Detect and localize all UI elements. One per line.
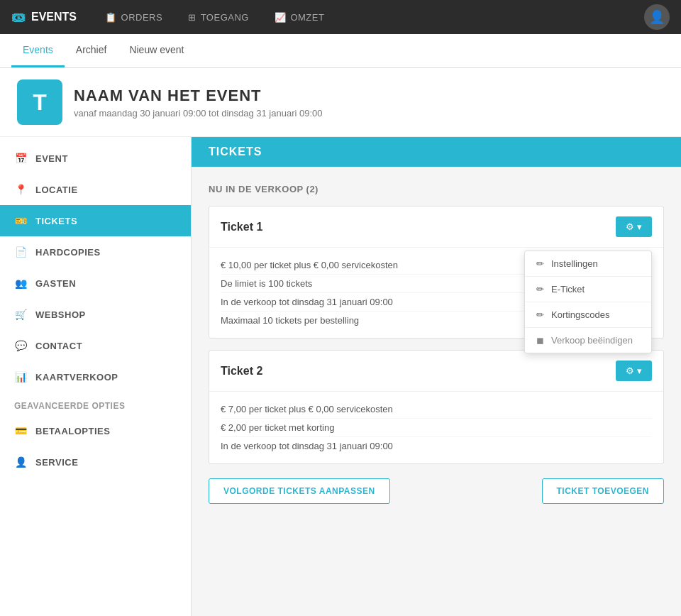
dropdown-label-instellingen: Instellingen	[551, 258, 598, 269]
main-layout: EVENT LOCATIE TICKETS HARDCOPIES GASTEN …	[0, 137, 681, 616]
avatar-icon: 👤	[649, 9, 665, 25]
ticket-1-header: Ticket 1 ⚙ ▾ ✏ Instellingen	[209, 207, 663, 248]
sidebar-item-event[interactable]: EVENT	[0, 143, 191, 174]
bottom-actions: VOLGORDE TICKETS AANPASSEN TICKET TOEVOE…	[209, 478, 664, 504]
top-nav-items: 📋 ORDERS ⊞ TOEGANG 📈 OMZET	[94, 6, 644, 28]
advanced-options-label: GEAVANCEERDE OPTIES	[0, 392, 191, 415]
contact-icon	[14, 339, 28, 352]
event-title: NAAM VAN HET EVENT	[74, 87, 323, 105]
ticket-2-name: Ticket 2	[221, 365, 262, 378]
shop-icon	[14, 308, 28, 321]
brand-icon: 🎟	[11, 9, 26, 26]
sidebar-label-hardcopies: HARDCOPIES	[35, 247, 101, 258]
content-header: TICKETS	[192, 137, 681, 167]
copy-icon	[14, 246, 28, 258]
sidebar-item-hardcopies[interactable]: HARDCOPIES	[0, 236, 191, 268]
omzet-label: OMZET	[290, 12, 324, 23]
event-header: T NAAM VAN HET EVENT vanaf maandag 30 ja…	[0, 68, 681, 137]
subnav-events[interactable]: Events	[11, 34, 65, 67]
sidebar-item-webshop[interactable]: WEBSHOP	[0, 299, 191, 330]
sidebar-item-betaalopties[interactable]: BETAALOPTIES	[0, 415, 191, 446]
sidebar-label-gasten: GASTEN	[35, 278, 76, 289]
ticket-2-header: Ticket 2 ⚙ ▾	[209, 351, 663, 392]
nav-item-omzet[interactable]: 📈 OMZET	[263, 6, 336, 28]
ticket-1-dropdown: ✏ Instellingen ✏ E-Ticket ✏ Kortingscode…	[524, 251, 652, 353]
users-icon	[14, 277, 28, 290]
brand-logo[interactable]: 🎟 EVENTS	[11, 9, 77, 26]
content-body: NU IN DE VERKOOP (2) Ticket 1 ⚙ ▾ ✏	[192, 167, 681, 521]
top-navigation: 🎟 EVENTS 📋 ORDERS ⊞ TOEGANG 📈 OMZET 👤	[0, 0, 681, 34]
user-avatar[interactable]: 👤	[644, 4, 670, 30]
nav-item-toegang[interactable]: ⊞ TOEGANG	[177, 6, 260, 28]
chevron-down-icon: ▾	[637, 221, 642, 232]
orders-label: ORDERS	[121, 12, 163, 23]
dropdown-instellingen[interactable]: ✏ Instellingen	[525, 251, 651, 277]
ticket-2-body: € 7,00 per ticket plus € 0,00 servicekos…	[209, 392, 663, 463]
sub-navigation: Events Archief Nieuw event	[0, 34, 681, 68]
dropdown-kortingscodes[interactable]: ✏ Kortingscodes	[525, 302, 651, 328]
ticket-2-detail-0: € 7,00 per ticket plus € 0,00 servicekos…	[221, 400, 652, 419]
ticket-1-actions: ⚙ ▾ ✏ Instellingen ✏ E-Ticket	[616, 216, 652, 237]
ticket-card-1: Ticket 1 ⚙ ▾ ✏ Instellingen	[209, 206, 664, 339]
content-title: TICKETS	[209, 145, 262, 158]
gear-icon: ⚙	[626, 221, 634, 232]
subnav-archief[interactable]: Archief	[65, 34, 118, 67]
dropdown-label-eticket: E-Ticket	[551, 284, 585, 295]
chart-icon	[14, 370, 28, 383]
gear-icon-2: ⚙	[626, 365, 634, 376]
event-subtitle: vanaf maandag 30 januari 09:00 tot dinsd…	[74, 108, 323, 119]
toegang-icon: ⊞	[188, 12, 196, 23]
omzet-icon: 📈	[275, 12, 287, 23]
ticket-icon	[14, 214, 28, 227]
sidebar-item-service[interactable]: SERVICE	[0, 446, 191, 478]
ticket-card-2: Ticket 2 ⚙ ▾ € 7,00 per ticket plus € 0,…	[209, 350, 664, 464]
dropdown-e-ticket[interactable]: ✏ E-Ticket	[525, 277, 651, 302]
sidebar-item-kaartverkoop[interactable]: KAARTVERKOOP	[0, 361, 191, 392]
orders-icon: 📋	[105, 12, 117, 23]
sidebar-label-event: EVENT	[35, 153, 68, 164]
add-ticket-button[interactable]: TICKET TOEVOEGEN	[542, 478, 664, 504]
edit-icon-kortingscodes: ✏	[536, 309, 544, 320]
sidebar-label-tickets: TICKETS	[35, 216, 77, 226]
dropdown-label-kortingscodes: Kortingscodes	[551, 309, 609, 320]
calendar-icon	[14, 152, 28, 165]
ticket-2-detail-1: € 2,00 per ticket met korting	[221, 419, 652, 437]
sidebar: EVENT LOCATIE TICKETS HARDCOPIES GASTEN …	[0, 137, 192, 616]
sidebar-label-service: SERVICE	[35, 457, 78, 468]
event-info: NAAM VAN HET EVENT vanaf maandag 30 janu…	[74, 87, 323, 119]
sidebar-label-kaartverkoop: KAARTVERKOOP	[35, 372, 118, 383]
section-title: NU IN DE VERKOOP (2)	[209, 184, 664, 194]
ticket-1-name: Ticket 1	[221, 221, 262, 233]
toegang-label: TOEGANG	[201, 12, 249, 23]
service-icon	[14, 456, 28, 468]
main-content: TICKETS NU IN DE VERKOOP (2) Ticket 1 ⚙ …	[192, 137, 681, 616]
sidebar-item-contact[interactable]: CONTACT	[0, 330, 191, 361]
sidebar-item-gasten[interactable]: GASTEN	[0, 268, 191, 299]
sidebar-label-contact: CONTACT	[35, 341, 82, 351]
dropdown-label-verkoop-beeindigen: Verkoop beëindigen	[551, 335, 633, 346]
sidebar-item-locatie[interactable]: LOCATIE	[0, 174, 191, 205]
sidebar-item-tickets[interactable]: TICKETS	[0, 205, 191, 236]
nav-item-orders[interactable]: 📋 ORDERS	[94, 6, 174, 28]
ticket-2-detail-2: In de verkoop tot dinsdag 31 januari 09:…	[221, 437, 652, 455]
sidebar-label-locatie: LOCATIE	[35, 185, 78, 195]
ticket-2-gear-button[interactable]: ⚙ ▾	[616, 361, 652, 381]
chevron-down-icon-2: ▾	[637, 365, 642, 376]
sidebar-label-betaalopties: BETAALOPTIES	[35, 426, 110, 436]
edit-icon-eticket: ✏	[536, 284, 544, 295]
reorder-tickets-button[interactable]: VOLGORDE TICKETS AANPASSEN	[209, 478, 390, 504]
brand-label: EVENTS	[31, 11, 77, 23]
sidebar-label-webshop: WEBSHOP	[35, 309, 86, 320]
edit-icon-instellingen: ✏	[536, 258, 544, 269]
stop-icon: ◼	[536, 335, 544, 346]
dropdown-verkoop-beeindigen[interactable]: ◼ Verkoop beëindigen	[525, 328, 651, 353]
event-logo: T	[17, 79, 62, 125]
payment-icon	[14, 424, 28, 437]
subnav-nieuw-event[interactable]: Nieuw event	[118, 34, 195, 67]
ticket-1-gear-button[interactable]: ⚙ ▾	[616, 216, 652, 237]
location-icon	[14, 183, 28, 196]
